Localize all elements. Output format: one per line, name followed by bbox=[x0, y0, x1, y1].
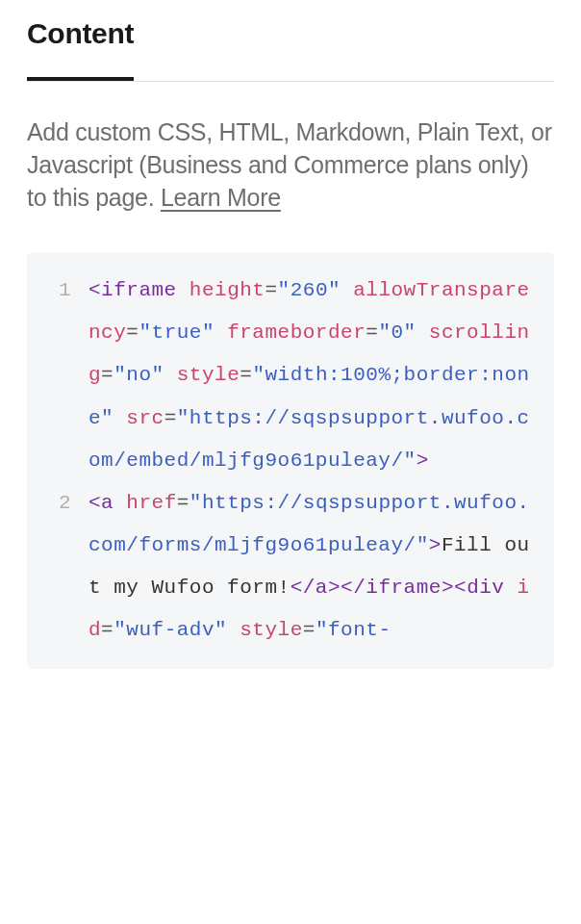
token-attr-eq: = bbox=[303, 619, 316, 641]
token-punct: </ bbox=[341, 577, 366, 599]
token-tag: a bbox=[101, 492, 114, 514]
token-punct: > bbox=[417, 449, 429, 472]
token-attr-value: "0" bbox=[378, 321, 416, 344]
line-number: 1 bbox=[44, 270, 71, 312]
token-space bbox=[417, 321, 429, 344]
token-space bbox=[177, 279, 189, 301]
token-attr-eq: = bbox=[265, 279, 277, 301]
token-attr-eq: = bbox=[177, 492, 189, 514]
content-description: Add custom CSS, HTML, Markdown, Plain Te… bbox=[27, 116, 554, 214]
token-punct: > bbox=[442, 577, 454, 599]
token-space bbox=[341, 279, 353, 301]
token-attr-name: style bbox=[177, 364, 240, 386]
token-attr-value: "wuf-adv" bbox=[114, 619, 227, 641]
token-punct: < bbox=[454, 577, 467, 599]
token-space bbox=[114, 492, 126, 514]
content-panel: Content Add custom CSS, HTML, Markdown, … bbox=[0, 0, 581, 669]
token-tag: div bbox=[467, 577, 504, 599]
token-attr-eq: = bbox=[126, 321, 139, 344]
token-space bbox=[504, 577, 517, 599]
token-space bbox=[164, 364, 177, 386]
token-space bbox=[215, 321, 227, 344]
tab-content[interactable]: Content bbox=[27, 17, 134, 81]
token-tag: a bbox=[316, 577, 328, 599]
token-attr-eq: = bbox=[240, 364, 252, 386]
token-punct: < bbox=[88, 279, 101, 301]
token-punct: > bbox=[429, 534, 442, 556]
code-editor[interactable]: 1<iframe height="260" allowTransparency=… bbox=[27, 252, 554, 669]
token-punct: </ bbox=[290, 577, 316, 599]
token-space bbox=[227, 619, 240, 641]
code-content: <iframe height="260" allowTransparency="… bbox=[88, 270, 531, 481]
line-number: 2 bbox=[44, 482, 71, 525]
learn-more-link[interactable]: Learn More bbox=[161, 184, 281, 211]
token-attr-eq: = bbox=[101, 364, 114, 386]
code-content: <a href="https://sqspsupport.wufoo.com/f… bbox=[88, 482, 531, 652]
token-attr-name: src bbox=[126, 407, 164, 429]
token-space bbox=[114, 407, 126, 429]
tab-bar: Content bbox=[27, 17, 554, 82]
token-attr-name: style bbox=[240, 619, 303, 641]
token-attr-name: href bbox=[126, 492, 176, 514]
description-text: Add custom CSS, HTML, Markdown, Plain Te… bbox=[27, 118, 552, 211]
token-punct: < bbox=[88, 492, 101, 514]
token-attr-value: "no" bbox=[114, 364, 164, 386]
token-attr-eq: = bbox=[366, 321, 378, 344]
token-tag: iframe bbox=[101, 279, 177, 301]
token-attr-value: "true" bbox=[139, 321, 215, 344]
token-tag: iframe bbox=[366, 577, 442, 599]
token-attr-eq: = bbox=[101, 619, 114, 641]
code-line: 1<iframe height="260" allowTransparency=… bbox=[44, 270, 531, 481]
token-attr-value: "font- bbox=[316, 619, 392, 641]
token-attr-name: frameborder bbox=[227, 321, 366, 344]
code-line: 2 <a href="https://sqspsupport.wufoo.com… bbox=[44, 482, 531, 652]
token-punct: > bbox=[328, 577, 341, 599]
token-attr-name: height bbox=[189, 279, 265, 301]
token-attr-value: "260" bbox=[278, 279, 341, 301]
token-attr-eq: = bbox=[164, 407, 177, 429]
